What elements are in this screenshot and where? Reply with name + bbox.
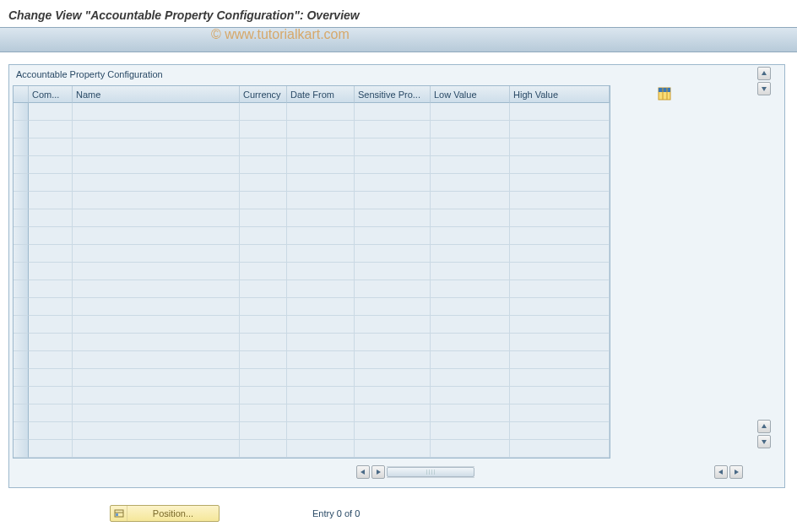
cell[interactable] xyxy=(355,209,431,227)
cell[interactable] xyxy=(287,138,355,156)
cell[interactable] xyxy=(510,227,610,245)
cell[interactable] xyxy=(510,440,610,458)
table-row[interactable] xyxy=(14,298,610,316)
cell[interactable] xyxy=(29,245,73,263)
cell[interactable] xyxy=(29,227,73,245)
hscroll-thumb[interactable] xyxy=(387,467,474,477)
cell[interactable] xyxy=(287,174,355,192)
row-selector[interactable] xyxy=(14,280,29,298)
table-row[interactable] xyxy=(14,245,610,263)
cell[interactable] xyxy=(29,369,73,387)
cell[interactable] xyxy=(510,369,610,387)
cell[interactable] xyxy=(287,192,355,209)
cell[interactable] xyxy=(240,227,287,245)
cell[interactable] xyxy=(73,138,240,156)
row-selector[interactable] xyxy=(14,263,29,280)
cell[interactable] xyxy=(29,422,73,440)
cell[interactable] xyxy=(73,298,240,316)
cell[interactable] xyxy=(29,387,73,404)
table-row[interactable] xyxy=(14,227,610,245)
cell[interactable] xyxy=(240,422,287,440)
cell[interactable] xyxy=(73,227,240,245)
row-selector[interactable] xyxy=(14,440,29,458)
cell[interactable] xyxy=(73,404,240,422)
cell[interactable] xyxy=(431,334,510,351)
cell[interactable] xyxy=(431,227,510,245)
cell[interactable] xyxy=(431,209,510,227)
table-row[interactable] xyxy=(14,156,610,174)
cell[interactable] xyxy=(29,138,73,156)
cell[interactable] xyxy=(431,192,510,209)
scroll-up-button-2[interactable] xyxy=(757,420,771,433)
cell[interactable] xyxy=(240,245,287,263)
table-row[interactable] xyxy=(14,138,610,156)
row-selector[interactable] xyxy=(14,192,29,209)
table-row[interactable] xyxy=(14,369,610,387)
row-selector[interactable] xyxy=(14,404,29,422)
cell[interactable] xyxy=(510,404,610,422)
cell[interactable] xyxy=(355,351,431,369)
row-selector[interactable] xyxy=(14,334,29,351)
cell[interactable] xyxy=(510,245,610,263)
cell[interactable] xyxy=(73,422,240,440)
cell[interactable] xyxy=(240,387,287,404)
cell[interactable] xyxy=(355,404,431,422)
cell[interactable] xyxy=(73,440,240,458)
cell[interactable] xyxy=(355,387,431,404)
table-row[interactable] xyxy=(14,174,610,192)
cell[interactable] xyxy=(355,192,431,209)
cell[interactable] xyxy=(73,103,240,121)
cell[interactable] xyxy=(240,121,287,138)
scroll-up-button[interactable] xyxy=(757,67,771,80)
cell[interactable] xyxy=(287,298,355,316)
cell[interactable] xyxy=(73,280,240,298)
cell[interactable] xyxy=(73,334,240,351)
cell[interactable] xyxy=(355,334,431,351)
cell[interactable] xyxy=(431,422,510,440)
cell[interactable] xyxy=(73,351,240,369)
scroll-down-button-2[interactable] xyxy=(757,435,771,448)
cell[interactable] xyxy=(431,174,510,192)
cell[interactable] xyxy=(29,174,73,192)
cell[interactable] xyxy=(287,422,355,440)
cell[interactable] xyxy=(287,440,355,458)
table-row[interactable] xyxy=(14,334,610,351)
cell[interactable] xyxy=(29,192,73,209)
cell[interactable] xyxy=(355,369,431,387)
cell[interactable] xyxy=(240,298,287,316)
table-row[interactable] xyxy=(14,280,610,298)
table-row[interactable] xyxy=(14,103,610,121)
cell[interactable] xyxy=(287,227,355,245)
cell[interactable] xyxy=(73,387,240,404)
cell[interactable] xyxy=(510,192,610,209)
cell[interactable] xyxy=(240,280,287,298)
cell[interactable] xyxy=(240,440,287,458)
cell[interactable] xyxy=(431,440,510,458)
row-selector[interactable] xyxy=(14,156,29,174)
cell[interactable] xyxy=(29,103,73,121)
cell[interactable] xyxy=(287,245,355,263)
cell[interactable] xyxy=(287,103,355,121)
cell[interactable] xyxy=(287,263,355,280)
row-selector[interactable] xyxy=(14,103,29,121)
cell[interactable] xyxy=(73,192,240,209)
cell[interactable] xyxy=(431,280,510,298)
cell[interactable] xyxy=(510,103,610,121)
cell[interactable] xyxy=(510,316,610,334)
cell[interactable] xyxy=(510,280,610,298)
row-selector[interactable] xyxy=(14,298,29,316)
cell[interactable] xyxy=(287,387,355,404)
col-date-from[interactable]: Date From xyxy=(287,86,355,103)
cell[interactable] xyxy=(355,440,431,458)
cell[interactable] xyxy=(240,103,287,121)
cell[interactable] xyxy=(73,156,240,174)
cell[interactable] xyxy=(355,316,431,334)
cell[interactable] xyxy=(355,280,431,298)
cell[interactable] xyxy=(510,174,610,192)
cell[interactable] xyxy=(431,156,510,174)
cell[interactable] xyxy=(29,316,73,334)
hscroll-track[interactable] xyxy=(387,466,474,478)
cell[interactable] xyxy=(29,404,73,422)
row-selector[interactable] xyxy=(14,209,29,227)
cell[interactable] xyxy=(355,298,431,316)
